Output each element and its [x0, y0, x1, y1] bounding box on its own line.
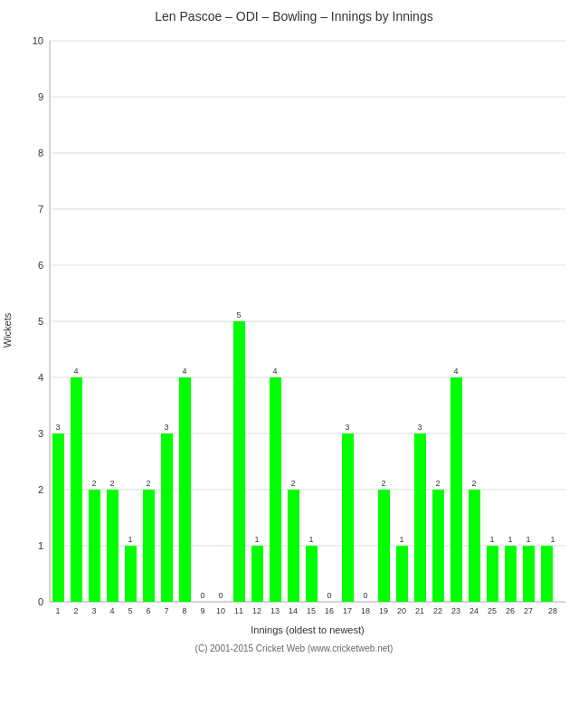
svg-text:6: 6	[38, 260, 43, 271]
svg-text:4: 4	[38, 372, 43, 383]
bar-11	[233, 321, 245, 602]
bar-24	[469, 490, 480, 602]
chart-svg: 10 9 8 7 6 5 4 3 2 1	[0, 32, 588, 683]
svg-text:2: 2	[38, 484, 43, 495]
svg-text:2: 2	[109, 479, 114, 488]
svg-text:4: 4	[109, 606, 114, 615]
svg-text:12: 12	[252, 606, 261, 615]
svg-text:8: 8	[182, 606, 186, 615]
svg-text:25: 25	[488, 606, 497, 615]
svg-text:Innings (oldest to newest): Innings (oldest to newest)	[251, 624, 364, 635]
bar-5	[125, 546, 137, 602]
svg-text:24: 24	[469, 606, 479, 615]
svg-text:11: 11	[234, 606, 243, 615]
svg-text:2: 2	[73, 606, 78, 615]
svg-text:3: 3	[345, 423, 349, 432]
bar-2	[71, 377, 82, 602]
svg-text:10: 10	[33, 35, 43, 46]
svg-text:9: 9	[38, 91, 43, 102]
svg-text:4: 4	[272, 367, 277, 376]
svg-text:3: 3	[417, 423, 422, 432]
bar-3	[89, 490, 100, 602]
bar-12	[251, 546, 263, 602]
svg-text:9: 9	[200, 606, 204, 615]
bar-21	[414, 433, 426, 602]
bar-6	[143, 490, 155, 602]
chart-container: Len Pascoe – ODI – Bowling – Innings by …	[0, 0, 588, 724]
svg-text:0: 0	[200, 591, 204, 600]
svg-text:14: 14	[289, 606, 298, 615]
svg-text:2: 2	[381, 479, 385, 488]
svg-text:20: 20	[397, 606, 406, 615]
svg-text:1: 1	[308, 535, 313, 544]
svg-text:Wickets: Wickets	[2, 312, 13, 348]
bar-27	[523, 546, 535, 602]
svg-text:6: 6	[146, 606, 150, 615]
bar-8	[179, 377, 191, 602]
svg-text:5: 5	[236, 310, 241, 319]
bar-25	[487, 546, 498, 602]
bar-17	[342, 433, 354, 602]
bar-4	[107, 490, 119, 602]
svg-text:1: 1	[254, 535, 259, 544]
bar-22	[432, 490, 444, 602]
svg-text:1: 1	[550, 535, 555, 544]
svg-text:5: 5	[128, 606, 132, 615]
svg-text:16: 16	[325, 606, 334, 615]
svg-text:2: 2	[91, 479, 96, 488]
svg-text:3: 3	[91, 606, 96, 615]
svg-text:1: 1	[399, 535, 403, 544]
svg-text:2: 2	[146, 479, 150, 488]
chart-title: Len Pascoe – ODI – Bowling – Innings by …	[0, 0, 588, 28]
svg-text:0: 0	[363, 591, 367, 600]
svg-text:0: 0	[38, 596, 43, 607]
svg-text:18: 18	[361, 606, 370, 615]
bar-7	[161, 433, 173, 602]
svg-text:15: 15	[307, 606, 316, 615]
svg-text:7: 7	[38, 204, 43, 214]
svg-text:1: 1	[128, 535, 132, 544]
svg-text:26: 26	[506, 606, 515, 615]
bar-15	[306, 546, 318, 602]
svg-text:1: 1	[38, 540, 43, 551]
svg-text:4: 4	[73, 367, 78, 376]
svg-text:4: 4	[453, 367, 458, 376]
bar-13	[270, 377, 281, 602]
svg-text:19: 19	[379, 606, 388, 615]
svg-text:17: 17	[343, 606, 352, 615]
svg-text:1: 1	[55, 606, 60, 615]
svg-text:5: 5	[38, 316, 43, 327]
svg-text:10: 10	[216, 606, 225, 615]
svg-text:0: 0	[218, 591, 223, 600]
svg-text:4: 4	[182, 367, 186, 376]
svg-text:27: 27	[524, 606, 533, 615]
svg-text:1: 1	[489, 535, 494, 544]
svg-text:3: 3	[38, 428, 43, 439]
bar-14	[288, 490, 299, 602]
svg-text:2: 2	[471, 479, 476, 488]
svg-text:2: 2	[435, 479, 440, 488]
svg-text:7: 7	[164, 606, 168, 615]
svg-text:21: 21	[415, 606, 424, 615]
bar-28	[541, 546, 553, 602]
bar-1	[52, 433, 64, 602]
svg-text:3: 3	[55, 423, 60, 432]
svg-text:1: 1	[507, 535, 512, 544]
svg-text:3: 3	[164, 423, 168, 432]
bar-19	[378, 490, 390, 602]
svg-text:22: 22	[433, 606, 442, 615]
svg-text:13: 13	[270, 606, 280, 615]
svg-text:0: 0	[327, 591, 331, 600]
svg-text:2: 2	[290, 479, 295, 488]
bar-23	[450, 377, 462, 602]
svg-text:23: 23	[451, 606, 460, 615]
svg-text:1: 1	[526, 535, 530, 544]
bar-20	[396, 546, 408, 602]
svg-text:28: 28	[548, 606, 557, 615]
svg-text:(C) 2001-2015 Cricket Web (www: (C) 2001-2015 Cricket Web (www.cricketwe…	[195, 643, 394, 653]
svg-text:8: 8	[38, 148, 43, 158]
bar-26	[505, 546, 517, 602]
